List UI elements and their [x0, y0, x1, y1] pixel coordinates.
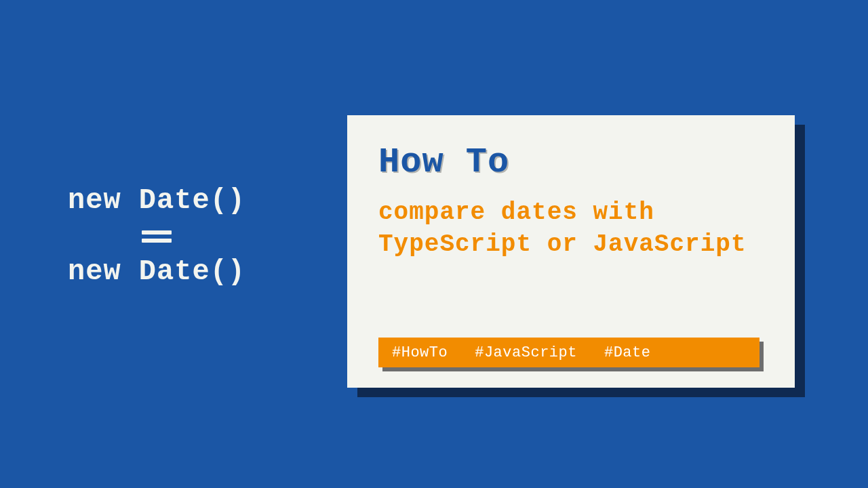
- tag-item: #HowTo: [392, 344, 448, 361]
- title-card: How To compare dates with TypeScript or …: [347, 115, 795, 388]
- code-line-1: new Date(): [68, 183, 245, 219]
- tag-bar: #HowTo #JavaScript #Date: [378, 338, 760, 367]
- tag-item: #Date: [604, 344, 651, 361]
- code-snippet: new Date() new Date(): [68, 183, 245, 290]
- code-line-3: new Date(): [68, 254, 245, 290]
- card-heading: How To: [378, 142, 764, 182]
- equals-icon: [142, 224, 172, 248]
- tag-item: #JavaScript: [475, 344, 577, 361]
- code-line-equals: [68, 219, 245, 255]
